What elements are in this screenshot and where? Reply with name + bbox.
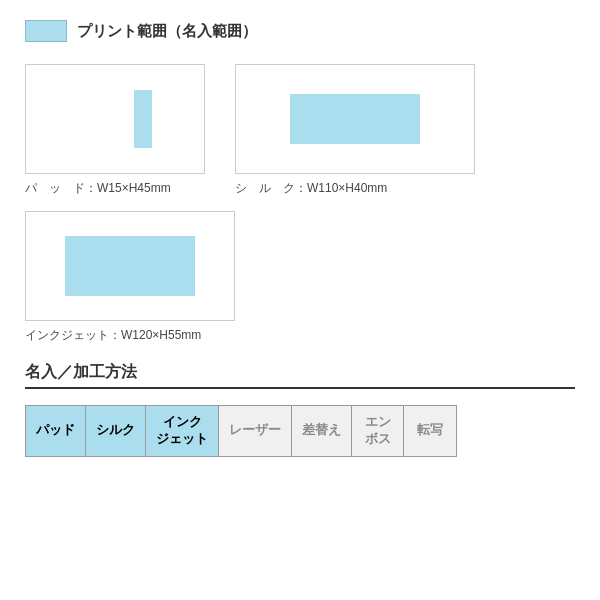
pad-label: パ ッ ド：W15×H45mm: [25, 180, 171, 197]
diagrams-bottom-row: インクジェット：W120×H55mm: [25, 211, 575, 344]
diagrams-top-row: パ ッ ド：W15×H45mm シ ル ク：W110×H40mm: [25, 64, 575, 197]
silk-print-area: [290, 94, 420, 144]
pad-box: [25, 64, 205, 174]
silk-label: シ ル ク：W110×H40mm: [235, 180, 387, 197]
methods-row: パッドシルクインク ジェットレーザー差替えエン ボス転写: [25, 405, 457, 457]
method-cell-2[interactable]: インク ジェット: [146, 406, 219, 456]
inkjet-print-area: [65, 236, 195, 296]
diagram-inkjet: インクジェット：W120×H55mm: [25, 211, 235, 344]
pad-print-area: [134, 90, 152, 148]
method-cell-1[interactable]: シルク: [86, 406, 146, 456]
legend-color-box: [25, 20, 67, 42]
method-cell-5[interactable]: エン ボス: [352, 406, 404, 456]
silk-box: [235, 64, 475, 174]
section-title: 名入／加工方法: [25, 362, 575, 389]
inkjet-label: インクジェット：W120×H55mm: [25, 327, 201, 344]
method-cell-6[interactable]: 転写: [404, 406, 456, 456]
diagram-silk: シ ル ク：W110×H40mm: [235, 64, 475, 197]
inkjet-box: [25, 211, 235, 321]
method-cell-0[interactable]: パッド: [26, 406, 86, 456]
method-cell-3[interactable]: レーザー: [219, 406, 292, 456]
diagram-pad: パ ッ ド：W15×H45mm: [25, 64, 205, 197]
legend-label: プリント範囲（名入範囲）: [77, 22, 257, 41]
method-cell-4[interactable]: 差替え: [292, 406, 352, 456]
page: プリント範囲（名入範囲） パ ッ ド：W15×H45mm シ ル ク：W110×…: [0, 0, 600, 600]
legend-row: プリント範囲（名入範囲）: [25, 20, 575, 42]
